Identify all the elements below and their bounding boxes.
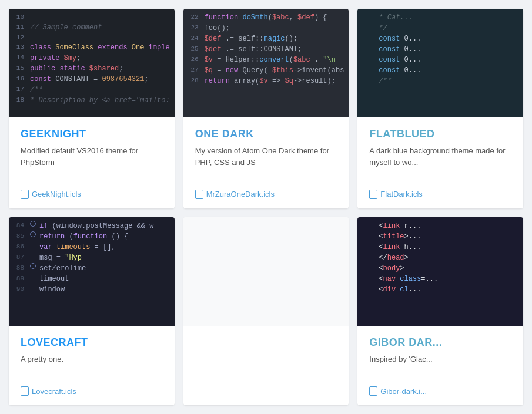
file-link-flatblue[interactable]: FlatDark.icls (380, 190, 423, 198)
preview-empty (183, 217, 349, 326)
card-description-flatblue: A dark blue background theme made for my… (369, 145, 511, 183)
card-title-geeknight: GEEKNIGHT (21, 128, 163, 140)
card-file-geeknight: GeekNight.icls (21, 190, 163, 199)
preview-onedark: 22function doSmth($abc, $def) { 23 foo()… (183, 9, 349, 117)
file-icon-geeknight (21, 190, 29, 199)
card-title-onedark: ONE DARK (195, 128, 337, 140)
theme-grid: 10 11// Sample comment 12 13class SomeCl… (0, 0, 532, 414)
card-description-geeknight: Modified default VS2016 theme for PhpSto… (21, 145, 163, 183)
card-body-flatblue: FLATBLUED A dark blue background theme m… (357, 117, 523, 208)
card-title-lovecraft: LOVECRAFT (21, 336, 163, 349)
card-body-gibor: GIBOR DAR... Inspired by 'Glac... Gibor-… (357, 326, 523, 405)
card-file-gibor: Gibor-dark.i... (369, 386, 511, 396)
card-body-lovecraft: LOVECRAFT A pretty one. Lovecraft.icls (9, 326, 175, 405)
card-title-flatblue: FLATBLUED (369, 128, 511, 140)
file-link-geeknight[interactable]: GeekNight.icls (32, 190, 81, 198)
preview-flatblue: * Cat... */ const 0... const 0... const … (357, 9, 523, 117)
card-gibor: <link r... <title>... <link h... </head>… (357, 217, 523, 405)
file-icon-gibor (369, 386, 377, 396)
card-body-onedark: ONE DARK My version of Atom One Dark the… (183, 117, 349, 208)
card-file-onedark: MrZuraOneDark.icls (195, 190, 337, 199)
file-link-gibor[interactable]: Gibor-dark.i... (380, 387, 427, 396)
card-description-gibor: Inspired by 'Glac... (369, 354, 511, 379)
card-geeknight: 10 11// Sample comment 12 13class SomeCl… (9, 9, 175, 208)
file-icon-flatblue (369, 190, 377, 199)
preview-gibor: <link r... <title>... <link h... </head>… (357, 217, 523, 326)
preview-geeknight: 10 11// Sample comment 12 13class SomeCl… (9, 9, 175, 117)
file-link-onedark[interactable]: MrZuraOneDark.icls (206, 190, 275, 198)
card-onedark: 22function doSmth($abc, $def) { 23 foo()… (183, 9, 349, 208)
file-icon-lovecraft (21, 386, 29, 396)
file-icon-onedark (195, 190, 203, 199)
file-link-lovecraft[interactable]: Lovecraft.icls (32, 387, 76, 396)
card-description-lovecraft: A pretty one. (21, 354, 163, 379)
card-title-gibor: GIBOR DAR... (369, 336, 511, 349)
card-empty (183, 217, 349, 405)
card-body-empty (183, 326, 349, 405)
preview-lovecraft: 84 if (window.postMessage && w 85 return… (9, 217, 175, 326)
card-flatblue: * Cat... */ const 0... const 0... const … (357, 9, 523, 208)
card-description-onedark: My version of Atom One Dark theme for PH… (195, 145, 337, 183)
card-file-lovecraft: Lovecraft.icls (21, 386, 163, 396)
card-file-flatblue: FlatDark.icls (369, 190, 511, 199)
card-lovecraft: 84 if (window.postMessage && w 85 return… (9, 217, 175, 405)
card-body-geeknight: GEEKNIGHT Modified default VS2016 theme … (9, 117, 175, 208)
